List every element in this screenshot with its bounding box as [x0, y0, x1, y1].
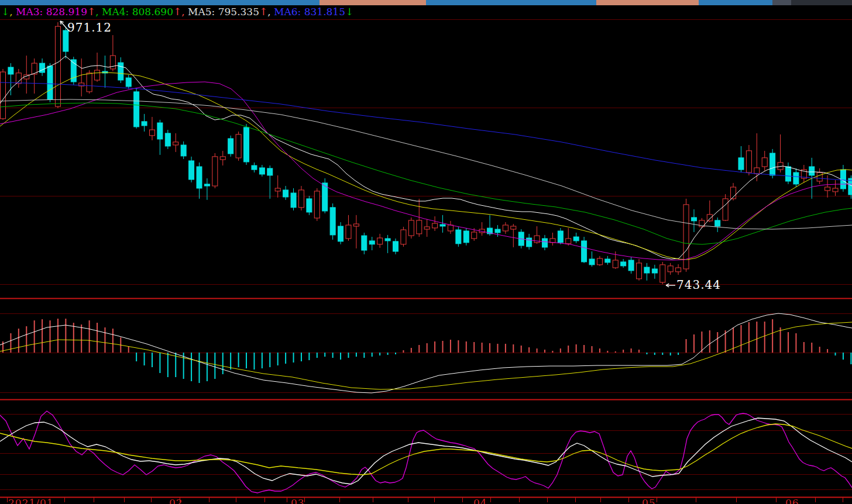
macd-hist-bar	[795, 333, 796, 353]
candle-body	[715, 220, 720, 226]
macd-hist-bar	[277, 353, 279, 365]
macd-hist-bar	[583, 345, 585, 353]
candle-body	[8, 67, 13, 74]
candle-body	[840, 170, 846, 189]
macd-hist-bar	[403, 350, 404, 353]
macd-hist-bar	[262, 353, 263, 368]
macd-hist-bar	[144, 353, 145, 365]
chart-canvas[interactable]	[0, 0, 852, 504]
macd-hist-bar	[26, 326, 27, 353]
candle-body	[197, 167, 202, 188]
macd-hist-bar	[387, 353, 389, 355]
candle-body	[770, 153, 775, 175]
macd-hist-bar	[740, 325, 741, 353]
macd-hist-bar	[654, 353, 655, 355]
candle-body	[660, 265, 665, 282]
macd-hist-bar	[560, 348, 561, 353]
macd-hist-bar	[686, 339, 687, 353]
chart-area[interactable]: 971.12 743.44 2021/010203040506	[0, 0, 852, 504]
candle-body	[652, 269, 657, 273]
macd-hist-bar	[819, 347, 820, 353]
macd-hist-bar	[81, 325, 82, 353]
candle-body	[495, 229, 500, 233]
trading-chart-window: ↓, MA3: 828.919↑, MA4: 808.690↑, MA5: 79…	[0, 0, 852, 504]
macd-hist-bar	[788, 332, 789, 353]
macd-hist-bar	[615, 351, 616, 353]
macd-hist-bar	[780, 327, 781, 353]
macd-hist-bar	[104, 327, 105, 353]
candle-body	[377, 238, 383, 244]
macd-hist-bar	[592, 346, 593, 353]
macd-hist-bar	[427, 343, 428, 353]
macd-hist-bar	[253, 353, 255, 370]
candle-body	[244, 127, 249, 162]
candle-body	[252, 165, 257, 170]
macd-hist-bar	[238, 353, 239, 367]
candle-body	[236, 134, 241, 158]
macd-hist-bar	[214, 353, 215, 379]
candle-body	[448, 225, 453, 231]
macd-hist-bar	[269, 353, 270, 367]
candle-body	[676, 268, 681, 272]
macd-hist-bar	[473, 342, 475, 353]
candle-body	[259, 168, 264, 174]
macd-hist-bar	[73, 323, 74, 353]
candle-body	[456, 230, 461, 244]
candle-body	[534, 236, 540, 243]
candle-body	[275, 188, 280, 191]
candle-body	[16, 73, 21, 84]
macd-hist-bar	[65, 319, 66, 353]
macd-hist-bar	[466, 341, 467, 353]
macd-hist-bar	[631, 348, 632, 353]
candle-body	[746, 151, 751, 172]
macd-hist-bar	[497, 344, 498, 353]
ma-line-ma4	[0, 103, 852, 244]
macd-hist-bar	[308, 353, 310, 360]
candle-body	[212, 157, 218, 186]
candle-body	[621, 262, 626, 266]
date-label: 2021/01	[8, 498, 54, 504]
candle-body	[189, 161, 194, 179]
macd-hist-bar	[128, 347, 129, 353]
candle-body	[401, 230, 406, 244]
candle-body	[558, 231, 563, 243]
macd-hist-bar	[159, 353, 160, 373]
macd-hist-bar	[638, 350, 640, 353]
candle-body	[228, 139, 233, 154]
macd-hist-bar	[670, 353, 671, 355]
macd-hist-bar	[482, 343, 483, 353]
candle-body	[573, 237, 579, 241]
candle-body	[605, 259, 610, 263]
candle-body	[134, 92, 139, 127]
candle-body	[362, 236, 367, 250]
macd-hist-bar	[167, 353, 169, 377]
macd-hist-bar	[646, 353, 647, 354]
macd-hist-bar	[513, 344, 514, 353]
macd-hist-bar	[748, 322, 750, 353]
candle-body	[55, 26, 60, 106]
macd-hist-bar	[293, 353, 294, 363]
macd-hist-bar	[521, 346, 522, 353]
macd-hist-bar	[57, 319, 59, 353]
candle-body	[385, 239, 390, 241]
macd-hist-bar	[623, 350, 624, 353]
candle-body	[809, 167, 815, 175]
candle-body	[393, 241, 398, 251]
candle-body	[833, 188, 838, 192]
macd-hist-bar	[568, 346, 569, 353]
candle-body	[181, 145, 186, 156]
candle-body	[668, 266, 673, 272]
macd-hist-bar	[489, 343, 490, 353]
date-label: 04	[473, 498, 487, 504]
candle-body	[47, 66, 53, 99]
date-label: 02	[169, 498, 183, 504]
candle-body	[644, 267, 650, 273]
candle-body	[637, 263, 642, 279]
candle-body	[817, 172, 822, 181]
candle-body	[503, 225, 508, 231]
candle-body	[432, 223, 438, 228]
candle-body	[542, 239, 547, 247]
macd-hist-bar	[395, 353, 396, 354]
candle-body	[793, 172, 799, 184]
macd-hist-bar	[552, 351, 553, 353]
